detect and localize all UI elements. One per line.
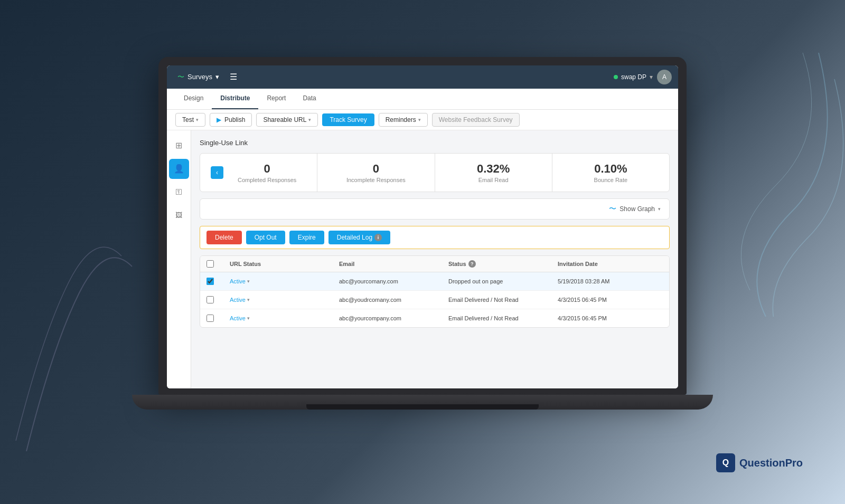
row-3-checkbox[interactable] [206, 315, 214, 322]
tab-bar: Design Distribute Report Data [167, 89, 678, 110]
row-3-status: Email Delivered / Not Read [448, 315, 553, 321]
tab-distribute[interactable]: Distribute [212, 89, 258, 109]
main-content: ⊞ 👤 ⚿ 🖼 Single-Use Link [167, 130, 678, 388]
incomplete-number: 0 [328, 162, 424, 176]
row-1-status: Dropped out on page [448, 278, 553, 284]
table-row: Active ▾ abc@yourcompany.com Email Deliv… [200, 309, 669, 327]
table-header: URL Status Email Status ? Invitation Dat… [200, 256, 669, 272]
row-2-status-active: Active ▾ [230, 297, 250, 303]
sidebar-item-image[interactable]: 🖼 [169, 205, 189, 225]
qp-logo-text: QuestionPro [739, 457, 803, 469]
tab-data[interactable]: Data [294, 89, 324, 109]
row-2-status-dropdown[interactable]: ▾ [247, 297, 250, 302]
user-name-label: swap DP [621, 73, 646, 81]
row-2-checkbox-cell [206, 296, 226, 303]
row-3-url-status: Active ▾ [230, 315, 335, 321]
laptop-base [132, 395, 713, 410]
laptop-screen-shell: 〜 Surveys ▾ ☰ swap DP ▾ A [158, 57, 687, 395]
surveys-dropdown-arrow: ▾ [215, 73, 219, 81]
shareable-dropdown-arrow: ▾ [308, 117, 311, 122]
laptop-container: 〜 Surveys ▾ ☰ swap DP ▾ A [158, 57, 687, 426]
track-survey-button[interactable]: Track Survey [322, 113, 374, 126]
sidebar-item-person[interactable]: 👤 [169, 159, 189, 179]
show-graph-dropdown-arrow: ▾ [658, 206, 661, 212]
row-2-url-status: Active ▾ [230, 297, 335, 303]
row-1-url-status: Active ▾ [230, 278, 335, 284]
test-button[interactable]: Test ▾ [175, 113, 205, 127]
back-arrow-icon: ‹ [216, 169, 218, 176]
expire-button[interactable]: Expire [289, 231, 324, 244]
delete-button[interactable]: Delete [206, 231, 242, 244]
completed-label: Completed Responses [228, 177, 306, 183]
row-1-checkbox[interactable] [206, 278, 214, 285]
list-icon-button[interactable]: ☰ [228, 70, 239, 84]
key-icon: ⚿ [175, 188, 182, 196]
graph-bar: 〜 Show Graph ▾ [200, 198, 670, 220]
questionpro-logo: Q QuestionPro [716, 453, 803, 472]
row-2-email: abc@youdrcomany.com [339, 297, 444, 303]
trend-icon: 〜 [177, 72, 184, 82]
email-read-number: 0.32% [446, 162, 541, 176]
tab-design[interactable]: Design [175, 89, 212, 109]
stat-card-incomplete: 0 Incomplete Responses [317, 154, 435, 192]
opt-out-button[interactable]: Opt Out [246, 231, 285, 244]
sidebar: ⊞ 👤 ⚿ 🖼 [167, 130, 191, 388]
row-3-checkbox-cell [206, 315, 226, 322]
user-indicator: swap DP ▾ [614, 73, 653, 81]
row-3-email: abc@yourcompany.com [339, 315, 444, 321]
list-icon: ☰ [230, 72, 237, 81]
table-row: Active ▾ abc@youdrcomany.com Email Deliv… [200, 291, 669, 309]
laptop-screen: 〜 Surveys ▾ ☰ swap DP ▾ A [167, 65, 678, 388]
table-row: Active ▾ abc@yourcomany.com Dropped out … [200, 272, 669, 291]
website-feedback-button[interactable]: Website Feedback Survey [432, 113, 520, 127]
row-2-date: 4/3/2015 06:45 PM [558, 297, 663, 303]
detailed-log-button[interactable]: Detailed Log i [328, 231, 390, 244]
bounce-rate-number: 0.10% [563, 162, 659, 176]
row-1-date: 5/19/2018 03:28 AM [558, 278, 663, 284]
publish-button[interactable]: ▶ Publish [210, 113, 252, 127]
show-graph-label: Show Graph [619, 205, 655, 213]
back-button[interactable]: ‹ [211, 166, 223, 179]
top-nav-right: swap DP ▾ A [614, 70, 672, 84]
completed-number: 0 [228, 162, 306, 176]
avatar: A [657, 70, 672, 84]
online-status-dot [614, 75, 618, 79]
row-2-checkbox[interactable] [206, 296, 214, 303]
tab-report[interactable]: Report [258, 89, 294, 109]
stats-row: ‹ 0 Completed Responses 0 Incomplete Res… [200, 153, 670, 192]
row-1-status-dropdown[interactable]: ▾ [247, 279, 250, 284]
toolbar: Test ▾ ▶ Publish Shareable URL ▾ Track S… [167, 110, 678, 130]
user-dropdown-arrow: ▾ [650, 73, 653, 81]
sidebar-item-key[interactable]: ⚿ [169, 182, 189, 202]
sidebar-item-grid[interactable]: ⊞ [169, 136, 189, 156]
person-icon: 👤 [174, 164, 184, 174]
stat-card-bounce-rate: 0.10% Bounce Rate [552, 154, 669, 192]
completed-stat-inner: 0 Completed Responses [228, 162, 306, 183]
table-header-url-status: URL Status [230, 260, 335, 268]
email-read-label: Email Read [446, 177, 541, 183]
shareable-url-button[interactable]: Shareable URL ▾ [256, 113, 318, 127]
select-all-checkbox[interactable] [206, 260, 214, 268]
row-1-checkbox-cell [206, 278, 226, 285]
table-header-email: Email [339, 260, 444, 268]
row-3-date: 4/3/2015 06:45 PM [558, 315, 663, 321]
grid-icon: ⊞ [175, 140, 182, 150]
reminders-button[interactable]: Reminders ▾ [379, 113, 428, 127]
stat-card-completed: ‹ 0 Completed Responses [200, 154, 317, 192]
row-1-email: abc@yourcomany.com [339, 278, 444, 284]
content-panel: Single-Use Link ‹ 0 Completed Responses [191, 130, 678, 388]
show-graph-button[interactable]: 〜 Show Graph ▾ [609, 204, 661, 214]
trend-chart-icon: 〜 [609, 204, 616, 214]
top-nav-left: 〜 Surveys ▾ ☰ [173, 70, 239, 84]
table-header-invitation-date: Invitation Date [558, 260, 663, 268]
bounce-rate-label: Bounce Rate [563, 177, 659, 183]
row-3-status-active: Active ▾ [230, 315, 250, 321]
qp-logo-icon: Q [716, 453, 735, 472]
section-title: Single-Use Link [200, 139, 670, 147]
data-table: URL Status Email Status ? Invitation Dat… [200, 255, 670, 328]
row-3-status-dropdown[interactable]: ▾ [247, 316, 250, 321]
row-1-status-active: Active ▾ [230, 278, 250, 284]
image-icon: 🖼 [175, 211, 182, 219]
stat-card-email-read: 0.32% Email Read [435, 154, 552, 192]
surveys-dropdown-button[interactable]: 〜 Surveys ▾ [173, 70, 223, 84]
